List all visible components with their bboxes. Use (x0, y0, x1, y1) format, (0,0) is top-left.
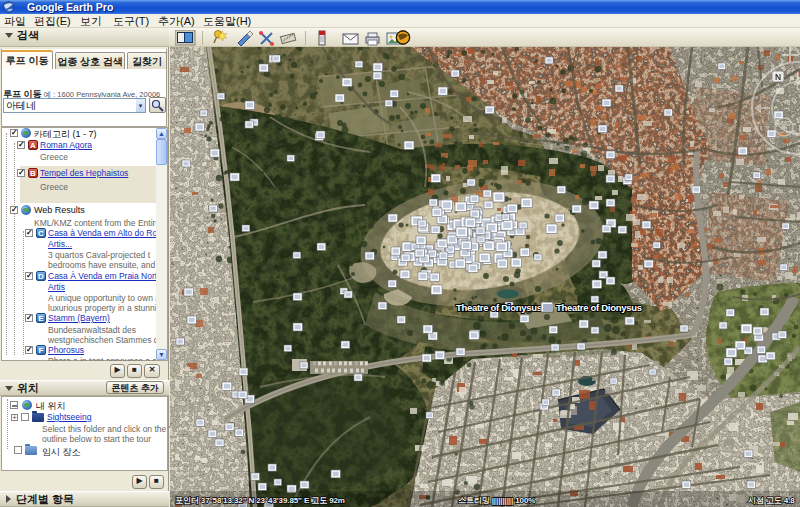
svg-text:N: N (775, 72, 781, 82)
svg-text:시점 고도 4.8: 시점 고도 4.8 (748, 496, 795, 505)
svg-text:Theatre of Dionysus: Theatre of Dionysus (456, 302, 542, 313)
svg-text:Theatre of Dionysus: Theatre of Dionysus (556, 302, 642, 313)
svg-text:스트리밍 |||||||||| 100%: 스트리밍 |||||||||| 100% (458, 496, 535, 505)
svg-text:포인터 37°58'13.32" N 23°43'39.: 포인터 37°58'13.32" N 23°43'39.85" E 고도 92m (175, 496, 345, 505)
